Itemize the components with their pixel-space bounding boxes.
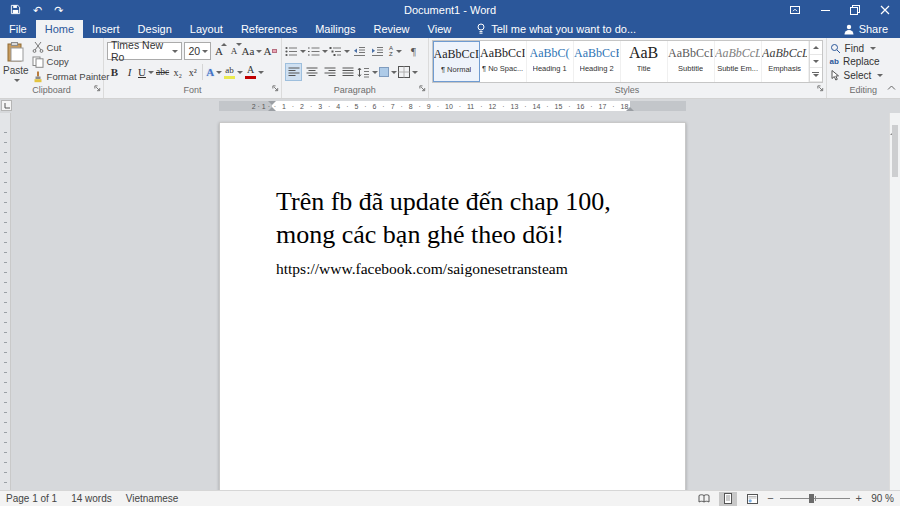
justify-button[interactable] <box>339 63 356 81</box>
zoom-slider-thumb[interactable] <box>809 494 814 503</box>
save-icon <box>10 4 21 15</box>
font-name-combo[interactable]: Times New Ro <box>107 42 182 60</box>
style-emphasis[interactable]: AaBbCcL Emphasis <box>762 41 809 82</box>
document-page[interactable]: Trên fb đã update đến chap 100, mong các… <box>219 122 686 490</box>
change-case-button[interactable]: Aa <box>241 42 262 60</box>
tab-layout[interactable]: Layout <box>181 20 232 38</box>
sort-button[interactable]: AZ <box>387 42 404 60</box>
bold-button[interactable]: B <box>107 63 122 81</box>
text-highlight-button[interactable]: ab <box>223 63 244 81</box>
tab-view[interactable]: View <box>419 20 461 38</box>
right-indent-marker[interactable] <box>626 107 634 111</box>
divider <box>202 64 203 80</box>
word-count[interactable]: 14 words <box>71 493 112 504</box>
tab-file[interactable]: File <box>0 20 36 38</box>
styles-dialog-launcher[interactable] <box>817 78 824 96</box>
font-size-combo[interactable]: 20 <box>184 42 211 60</box>
zoom-out-button[interactable]: − <box>767 493 773 504</box>
font-dialog-launcher[interactable] <box>272 78 279 96</box>
tab-insert[interactable]: Insert <box>83 20 129 38</box>
gallery-more-icon <box>812 72 819 77</box>
align-center-button[interactable] <box>303 63 320 81</box>
undo-button[interactable]: ↶ <box>33 5 42 16</box>
restore-button[interactable] <box>840 0 870 20</box>
increase-indent-icon <box>371 46 384 57</box>
tab-stop-selector[interactable] <box>1 100 12 111</box>
font-color-swatch <box>245 76 256 79</box>
subscript-button[interactable]: x₂ <box>170 63 185 81</box>
style-subtle-emphasis[interactable]: AaBbCcL Subtle Em... <box>715 41 762 82</box>
zoom-level[interactable]: 90 % <box>868 493 894 504</box>
print-layout-button[interactable] <box>719 492 737 506</box>
find-button[interactable]: Find <box>830 42 897 55</box>
style-normal[interactable]: AaBbCcI ¶ Normal <box>433 41 480 82</box>
tab-home[interactable]: Home <box>36 20 83 38</box>
copy-button[interactable]: Copy <box>32 55 110 68</box>
zoom-in-button[interactable]: + <box>856 493 862 504</box>
show-formatting-marks-button[interactable]: ¶ <box>405 42 422 60</box>
tab-review[interactable]: Review <box>365 20 419 38</box>
shrink-font-button[interactable]: A <box>226 42 241 60</box>
strikethrough-button[interactable]: abc <box>155 63 170 81</box>
status-bar: Page 1 of 1 14 words Vietnamese − + 90 % <box>0 490 900 506</box>
decrease-indent-button[interactable] <box>351 42 368 60</box>
style-name: Subtitle <box>678 64 703 73</box>
style-preview: AaBbC( <box>530 45 570 61</box>
multilevel-list-button[interactable] <box>329 42 350 60</box>
page-count[interactable]: Page 1 of 1 <box>6 493 57 504</box>
replace-button[interactable]: ab Replace <box>830 55 897 68</box>
scrollbar-thumb[interactable] <box>892 125 898 177</box>
font-color-button[interactable]: A <box>244 63 265 81</box>
tab-references[interactable]: References <box>232 20 306 38</box>
align-left-button[interactable] <box>285 63 302 81</box>
save-button[interactable] <box>10 4 21 17</box>
styles-scroll-up-button[interactable] <box>810 41 822 55</box>
clipboard-dialog-launcher[interactable] <box>94 78 101 96</box>
style-subtitle[interactable]: AaBbCcL Subtitle <box>668 41 715 82</box>
numbering-button[interactable] <box>307 42 328 60</box>
language-indicator[interactable]: Vietnamese <box>126 493 179 504</box>
cut-button[interactable]: Cut <box>32 41 110 54</box>
align-right-button[interactable] <box>321 63 338 81</box>
bullets-icon <box>285 46 298 57</box>
increase-indent-button[interactable] <box>369 42 386 60</box>
paste-button[interactable]: Paste <box>3 40 29 84</box>
superscript-button[interactable]: x² <box>185 63 200 81</box>
tell-me-box[interactable]: Tell me what you want to do... <box>476 20 636 38</box>
grow-font-button[interactable]: A <box>211 42 226 60</box>
line-spacing-button[interactable] <box>357 63 378 81</box>
style-no-spacing[interactable]: AaBbCcI ¶ No Spac... <box>480 41 527 82</box>
read-mode-button[interactable] <box>695 492 713 506</box>
borders-button[interactable] <box>398 63 418 81</box>
paragraph-dialog-launcher[interactable] <box>419 78 426 96</box>
close-button[interactable] <box>870 0 900 20</box>
clear-formatting-button[interactable]: A <box>262 42 278 60</box>
styles-scroll-down-button[interactable] <box>810 55 822 69</box>
hanging-indent-marker[interactable] <box>268 107 276 111</box>
share-button[interactable]: Share <box>844 20 900 38</box>
text-effects-button[interactable]: A <box>205 63 223 81</box>
lightbulb-icon <box>476 23 486 35</box>
style-heading1[interactable]: AaBbC( Heading 1 <box>527 41 574 82</box>
bullets-button[interactable] <box>285 42 306 60</box>
vertical-scrollbar[interactable] <box>889 113 900 490</box>
web-layout-button[interactable] <box>743 492 761 506</box>
redo-button[interactable]: ↷ <box>54 5 63 16</box>
style-title[interactable]: AaB Title <box>621 41 668 82</box>
collapse-ribbon-button[interactable] <box>887 77 896 95</box>
shading-button[interactable] <box>379 63 397 81</box>
dropdown-icon <box>870 47 876 50</box>
first-line-indent-marker[interactable] <box>268 101 276 105</box>
ribbon-display-options-button[interactable] <box>780 0 810 20</box>
style-heading2[interactable]: AaBbCcE Heading 2 <box>574 41 621 82</box>
dropdown-icon <box>877 74 883 77</box>
underline-button[interactable]: U <box>137 63 155 81</box>
paste-icon <box>7 42 24 62</box>
tab-design[interactable]: Design <box>129 20 181 38</box>
italic-button[interactable]: I <box>122 63 137 81</box>
zoom-slider[interactable] <box>780 494 850 503</box>
tab-mailings[interactable]: Mailings <box>306 20 364 38</box>
close-icon <box>880 5 890 15</box>
minimize-button[interactable] <box>810 0 840 20</box>
dropdown-icon <box>216 71 222 74</box>
